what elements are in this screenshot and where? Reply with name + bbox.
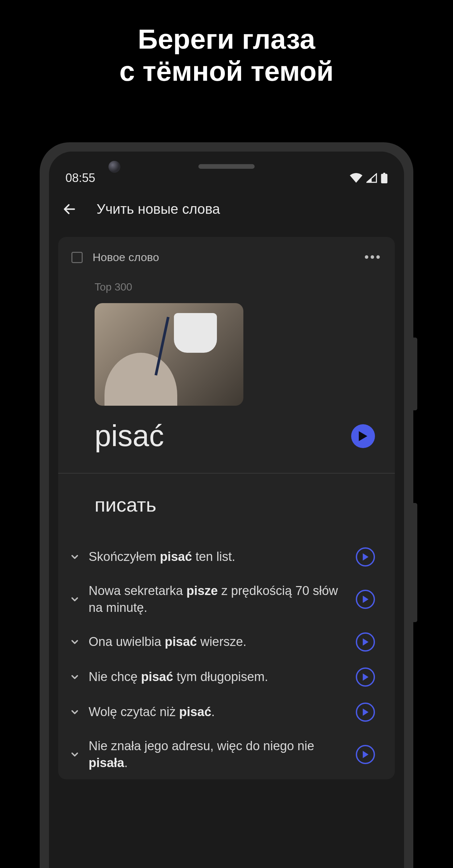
svg-rect-1 [383, 173, 385, 175]
camera-dot [108, 161, 120, 173]
phone-frame: 08:55 Учить новые слова Новое слово ••• … [40, 142, 413, 868]
chevron-down-icon[interactable] [69, 672, 80, 682]
play-example-button[interactable] [356, 590, 375, 609]
play-example-button[interactable] [356, 745, 375, 764]
promo-line-1: Береги глаза [0, 23, 453, 55]
chevron-down-icon[interactable] [69, 707, 80, 717]
phone-side-button [413, 338, 417, 410]
example-bold-word: pisze [187, 584, 218, 598]
play-example-button[interactable] [356, 547, 375, 566]
signal-icon [366, 173, 377, 183]
card-header: Новое слово ••• [71, 250, 382, 265]
play-icon [362, 553, 369, 561]
more-menu-icon[interactable]: ••• [364, 250, 382, 265]
example-text: Nowa sekretarka pisze z prędkością 70 sł… [89, 582, 347, 617]
example-bold-word: pisała [89, 756, 124, 770]
play-example-button[interactable] [356, 668, 375, 687]
phone-side-button [413, 503, 417, 622]
translation: писать [71, 473, 382, 539]
example-row: Nie chcę pisać tym długopisem. [69, 659, 382, 694]
example-row: Wolę czytać niż pisać. [69, 694, 382, 730]
example-row: Skończyłem pisać ten list. [69, 539, 382, 575]
select-checkbox[interactable] [71, 252, 83, 263]
svg-rect-0 [381, 174, 387, 183]
example-row: Nowa sekretarka pisze z prędkością 70 sł… [69, 575, 382, 624]
play-icon [362, 596, 369, 603]
play-icon [359, 431, 367, 441]
chevron-down-icon[interactable] [69, 637, 80, 647]
chevron-down-icon[interactable] [69, 749, 80, 760]
examples-list: Skończyłem pisać ten list.Nowa sekretark… [71, 539, 382, 779]
status-time: 08:55 [65, 171, 95, 185]
play-icon [362, 751, 369, 758]
page-title: Учить новые слова [97, 201, 220, 217]
speaker-grill [198, 164, 255, 169]
example-text: Ona uwielbia pisać wiersze. [89, 633, 347, 650]
play-icon [362, 709, 369, 716]
promo-line-2: с тёмной темой [0, 55, 453, 87]
play-example-button[interactable] [356, 703, 375, 722]
example-text: Nie znała jego adresu, więc do niego nie… [89, 738, 347, 772]
example-bold-word: pisać [165, 635, 197, 649]
status-icons [350, 173, 388, 183]
example-bold-word: pisać [160, 550, 192, 563]
app-bar: Учить новые слова [49, 191, 404, 230]
phone-screen: 08:55 Учить новые слова Новое слово ••• … [49, 152, 404, 868]
back-arrow-icon[interactable] [62, 202, 77, 216]
play-icon [362, 674, 369, 681]
status-bar: 08:55 [49, 165, 404, 191]
content-area: Новое слово ••• Top 300 pisać писать Sko… [49, 230, 404, 779]
word-row: pisać [58, 406, 395, 473]
chevron-down-icon[interactable] [69, 594, 80, 604]
play-example-button[interactable] [356, 632, 375, 652]
example-text: Wolę czytać niż pisać. [89, 704, 347, 720]
play-word-button[interactable] [351, 424, 375, 448]
example-text: Skończyłem pisać ten list. [89, 548, 347, 565]
example-row: Nie znała jego adresu, więc do niego nie… [69, 730, 382, 780]
example-row: Ona uwielbia pisać wiersze. [69, 624, 382, 659]
main-word: pisać [95, 419, 164, 453]
category-label: Top 300 [95, 281, 382, 293]
example-text: Nie chcę pisać tym długopisem. [89, 669, 347, 685]
image-pen-detail [154, 317, 169, 376]
play-icon [362, 638, 369, 646]
example-bold-word: pisać [141, 670, 173, 684]
battery-icon [381, 173, 388, 183]
word-card: Новое слово ••• Top 300 pisać писать Sko… [58, 237, 395, 779]
word-image [95, 303, 244, 406]
new-word-label: Новое слово [93, 251, 354, 264]
promo-title: Береги глаза с тёмной темой [0, 0, 453, 87]
chevron-down-icon[interactable] [69, 552, 80, 562]
example-bold-word: pisać [179, 705, 211, 719]
wifi-icon [350, 173, 362, 183]
